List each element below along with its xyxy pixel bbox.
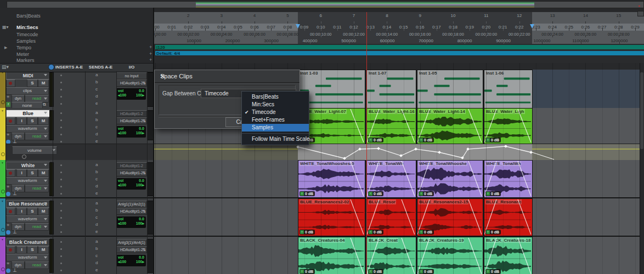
ruler-label-samples[interactable]: Samples (16, 38, 36, 44)
io-input-selector[interactable]: Anlg3(1)/An4(1) (116, 239, 147, 246)
send-slot-d[interactable]: d (95, 222, 98, 227)
clip-white-tonalwh[interactable]: WHITE_TonalWh↑0 dB (484, 160, 533, 198)
ruler-label-tempo[interactable]: Tempo (16, 45, 31, 50)
clip-gain-badge[interactable]: ↑0 dB (485, 230, 501, 235)
clip-blue-resor[interactable]: BLUE_Resor↑0 dB (366, 198, 416, 236)
track-view-selector[interactable]: waveform (6, 125, 49, 133)
clip-gain-badge[interactable]: ↑0 dB (419, 269, 434, 274)
timebase-clock-icon[interactable] (6, 230, 10, 235)
menu-item-bars-beats[interactable]: Bars|Beats (242, 93, 309, 101)
ruler-label-min-secs[interactable]: Min:Secs (16, 25, 38, 30)
clip-blue-resonances2-15[interactable]: BLUE_Resonances2-15↑0 dB (417, 198, 483, 236)
tempo-expander-icon[interactable]: ▶ (4, 45, 7, 50)
elastic-audio-icon[interactable]: ✳ (7, 261, 10, 266)
selection-end-marker[interactable] (530, 24, 534, 28)
track-name-caret-icon[interactable] (44, 112, 47, 114)
send-slot-c[interactable]: c (95, 124, 98, 129)
clip-gain-badge[interactable]: ↑0 dB (485, 138, 501, 142)
insert-slot-dot[interactable] (60, 224, 62, 226)
track-collapse-icon[interactable]: ▼ (1, 109, 4, 112)
clip-blue-water-light-16[interactable]: BLUE_Water_Light-16↑0 dB (366, 108, 416, 144)
volume-pan-display[interactable]: vol0.0◂100100▸ (116, 178, 146, 190)
clip-gain-badge[interactable]: ↑0 dB (300, 269, 315, 274)
insert-slot-dot[interactable] (60, 262, 62, 264)
clip-inst-1-06[interactable]: Inst 1-06 (484, 70, 533, 109)
track-view-selector[interactable]: waveform (6, 215, 49, 223)
volume-pan-display[interactable]: vol0.0◂100100▸ (116, 126, 146, 138)
insert-slot-dot[interactable] (60, 231, 62, 233)
send-slot-d[interactable]: d (95, 260, 98, 265)
elastic-plot-icon[interactable]: ⊥ (13, 191, 17, 196)
patch-select-icon[interactable]: ⧉ (43, 102, 46, 107)
track-lane-blue-resonance[interactable]: BLUE_Resonances2-02↑0 dBBLUE_Resor↑0 dBB… (154, 198, 640, 237)
add-meter-icon[interactable]: + (149, 51, 152, 56)
close-icon[interactable]: ✕ (160, 73, 295, 80)
send-slot-d[interactable]: d (95, 132, 98, 136)
dyn-button[interactable]: dyn (12, 95, 25, 102)
send-slot-b[interactable]: b (95, 79, 98, 84)
send-slot-e[interactable]: e (95, 267, 98, 272)
send-slot-c[interactable]: c (95, 176, 98, 181)
lane-type-selector[interactable]: volume (12, 146, 57, 155)
clip-inst-1-05[interactable]: Inst 1-05 (417, 70, 483, 109)
send-slot-b[interactable]: b (95, 246, 98, 251)
mute-button[interactable]: M (38, 169, 49, 177)
io-output-selector[interactable]: HDAuditpt1-2⇅ (116, 117, 147, 124)
clip-black-creatures-04[interactable]: BLACK_Creatures-04↑0 dB (298, 237, 365, 274)
send-slot-b[interactable]: b (95, 117, 98, 122)
send-slot-a[interactable]: a (95, 162, 98, 167)
insert-slot-dot[interactable] (60, 89, 62, 90)
timebase-clock-icon[interactable] (6, 192, 10, 196)
clip-gain-badge[interactable]: ↑0 dB (368, 138, 383, 142)
automation-mode-selector[interactable]: read (25, 223, 49, 231)
track-name-blue[interactable]: Blue (6, 110, 50, 117)
insert-slot-dot[interactable] (60, 248, 62, 250)
menu-item-follow-main-time-scale[interactable]: Follow Main Time Scale (242, 135, 309, 143)
mute-button[interactable]: M (38, 208, 49, 215)
volume-pan-display[interactable]: vol0.0◂100100▸ (116, 216, 146, 228)
clip-gain-badge[interactable]: ↑0 dB (300, 230, 315, 235)
add-markers-icon[interactable]: + (149, 57, 152, 62)
clip-gain-badge[interactable]: ↑0 dB (368, 191, 383, 196)
insert-slot-dot[interactable] (60, 241, 62, 243)
insert-slot-dot[interactable] (60, 127, 62, 128)
menu-item-feet-frames[interactable]: Feet+Frames (242, 116, 309, 124)
clip-gain-badge[interactable]: ↑0 dB (485, 269, 501, 274)
insert-slot-dot[interactable] (60, 75, 62, 76)
send-slot-a[interactable]: a (95, 239, 98, 244)
track-collapse-icon[interactable]: ▼ (1, 199, 4, 202)
clip-blue-resonances2-02[interactable]: BLUE_Resonances2-02↑0 dB (298, 198, 365, 236)
menu-item-samples[interactable]: Samples (242, 124, 309, 132)
insert-slot-dot[interactable] (60, 119, 62, 121)
insert-slot-dot[interactable] (60, 134, 62, 135)
input-monitor-button[interactable]: I (16, 117, 27, 125)
send-slot-c[interactable]: c (95, 87, 98, 92)
input-monitor-button[interactable]: I (16, 208, 27, 215)
record-arm-button[interactable] (6, 79, 15, 87)
track-collapse-icon[interactable]: ▼ (1, 238, 4, 241)
solo-button[interactable]: S (27, 169, 38, 177)
io-input-selector[interactable]: HDAuditpt1-2 (116, 110, 147, 117)
column-header-i-o[interactable]: I/O (116, 65, 147, 70)
insert-slot-dot[interactable] (60, 193, 62, 195)
send-slot-e[interactable]: e (95, 191, 98, 196)
tempo-bar[interactable] (155, 45, 644, 49)
send-slot-a[interactable]: a (95, 201, 98, 206)
track-name-caret-icon[interactable] (44, 74, 47, 76)
clip-black-creatures-19[interactable]: BLACK_Creatures-19↑0 dB (417, 237, 483, 274)
clip-blue-resonanc[interactable]: BLUE_Resonanc↑0 dB (484, 198, 533, 236)
ruler-label-markers[interactable]: Markers (16, 58, 35, 63)
send-slot-b[interactable]: b (95, 169, 98, 174)
track-list-icon[interactable]: ▤▾ (2, 64, 9, 70)
send-slot-c[interactable]: c (95, 253, 98, 258)
automation-mode-selector[interactable]: read (25, 185, 49, 192)
ruler-corner-box[interactable] (637, 11, 644, 16)
send-slot-d[interactable]: d (95, 184, 98, 189)
io-input-selector[interactable]: Anlg1(1)/An2(1) (116, 201, 147, 208)
ruler-row-bars[interactable]: 23456789101112131415 (154, 12, 644, 24)
record-arm-button[interactable] (6, 246, 15, 254)
clip-gain-badge[interactable]: ↑0 dB (419, 191, 434, 196)
io-input-selector[interactable]: no input (116, 72, 147, 79)
clip-gain-badge[interactable]: ↑0 dB (368, 269, 383, 274)
meter-bar[interactable] (155, 51, 644, 55)
